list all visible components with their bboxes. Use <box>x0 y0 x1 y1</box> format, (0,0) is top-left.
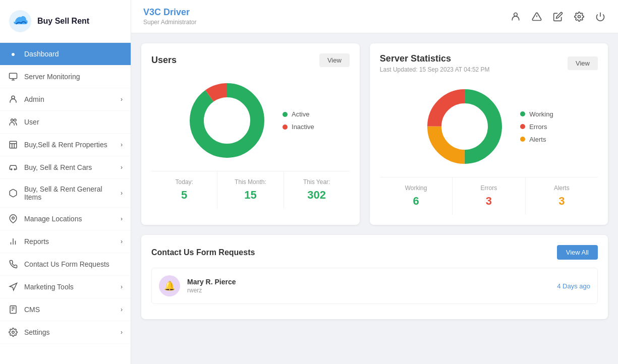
logo-icon <box>8 9 32 33</box>
svg-rect-1 <box>10 73 17 79</box>
active-label: Active <box>292 110 309 118</box>
stat-working-value: 6 <box>380 195 452 208</box>
dashboard-icon: ● <box>8 49 18 59</box>
sidebar-item-reports[interactable]: Reports› <box>0 230 131 253</box>
users-donut-svg <box>187 80 267 161</box>
sidebar-item-marketing[interactable]: Marketing Tools› <box>0 276 131 298</box>
sidebar-item-dashboard[interactable]: ●Dashboard <box>0 43 131 66</box>
buy-sell-general-icon <box>8 188 18 198</box>
content-area: Users View <box>131 33 618 329</box>
working-dot <box>520 111 525 116</box>
stat-year-label: This Year: <box>284 178 350 186</box>
sidebar-label-buy-sell-rent: Buy,Sell & Rent Properties <box>24 141 115 149</box>
contact-item: 🔔 Mary R. Pierce rwerz 4 Days ago <box>151 268 598 304</box>
sidebar-label-contact-form: Contact Us Form Requests <box>24 260 123 268</box>
cms-icon <box>8 305 18 315</box>
sidebar: Buy Sell Rent ●DashboardServer Monitorin… <box>0 0 131 364</box>
sidebar-item-contact-form[interactable]: Contact Us Form Requests <box>0 253 131 276</box>
edit-icon[interactable] <box>552 11 564 22</box>
sidebar-item-buy-sell-rent[interactable]: Buy,Sell & Rent Properties› <box>0 134 131 156</box>
server-legend: Working Errors Alerts <box>520 110 553 143</box>
server-card-title-group: Server Statistics Last Updated: 15 Sep 2… <box>380 53 490 73</box>
chevron-settings: › <box>121 329 123 336</box>
sidebar-label-buy-sell-cars: Buy, Sell & Rent Cars <box>24 163 115 171</box>
svg-point-6 <box>14 119 17 122</box>
sidebar-item-buy-sell-cars[interactable]: Buy, Sell & Rent Cars› <box>0 156 131 179</box>
contact-time: 4 Days ago <box>557 282 590 290</box>
sidebar-label-dashboard: Dashboard <box>24 50 123 58</box>
server-card-header: Server Statistics Last Updated: 15 Sep 2… <box>380 53 598 73</box>
logo: Buy Sell Rent <box>0 0 131 43</box>
contact-name: Mary R. Pierce <box>187 278 550 286</box>
view-all-button[interactable]: View All <box>557 245 598 260</box>
sidebar-label-manage-locations: Manage Locations <box>24 215 115 223</box>
main-content: V3C Driver Super Administrator <box>131 0 618 364</box>
user-icon <box>8 117 18 127</box>
svg-point-5 <box>11 119 14 122</box>
inactive-dot <box>283 125 288 130</box>
sidebar-item-user[interactable]: User <box>0 111 131 134</box>
users-legend: Active Inactive <box>283 110 314 131</box>
users-chart-container: Active Inactive <box>151 75 350 171</box>
chevron-reports: › <box>121 238 123 245</box>
stat-errors: Errors 3 <box>452 177 525 215</box>
sidebar-item-admin[interactable]: Admin› <box>0 88 131 111</box>
users-stats: Today: 5 This Month: 15 This Year: 302 <box>151 171 350 209</box>
stat-today-value: 5 <box>151 189 217 202</box>
chevron-cms: › <box>121 306 123 313</box>
power-icon[interactable] <box>595 11 606 22</box>
sidebar-item-server-monitoring[interactable]: Server Monitoring <box>0 66 131 88</box>
server-donut-svg <box>424 86 505 167</box>
stat-today-label: Today: <box>151 178 217 186</box>
stat-alerts: Alerts 3 <box>525 177 598 215</box>
stat-year: This Year: 302 <box>284 171 350 209</box>
chevron-admin: › <box>121 96 123 103</box>
stat-month-label: This Month: <box>217 178 283 186</box>
server-view-button[interactable]: View <box>568 56 598 70</box>
cards-row: Users View <box>141 43 608 225</box>
header-subtitle: Super Administrator <box>143 19 196 26</box>
sidebar-label-cms: CMS <box>24 306 115 314</box>
contact-info: Mary R. Pierce rwerz <box>187 278 550 294</box>
sidebar-label-buy-sell-general: Buy, Sell & Rent General Items <box>24 185 115 201</box>
svg-point-21 <box>12 331 15 334</box>
sidebar-item-settings[interactable]: Settings› <box>0 321 131 344</box>
working-label: Working <box>529 110 553 118</box>
contact-sub: rwerz <box>187 287 550 294</box>
sidebar-label-settings: Settings <box>24 328 115 336</box>
buy-sell-rent-icon <box>8 140 18 150</box>
settings-icon <box>8 327 18 337</box>
server-card-title: Server Statistics <box>380 53 490 64</box>
svg-point-22 <box>514 13 518 16</box>
svg-point-4 <box>12 96 15 99</box>
chevron-buy-sell-general: › <box>121 190 123 197</box>
sidebar-item-manage-locations[interactable]: Manage Locations› <box>0 208 131 230</box>
alerts-dot <box>520 137 525 142</box>
sidebar-label-reports: Reports <box>24 237 115 246</box>
contact-header: Contact Us Form Requests View All <box>151 245 598 260</box>
svg-point-12 <box>14 169 15 170</box>
sidebar-item-buy-sell-general[interactable]: Buy, Sell & Rent General Items› <box>0 179 131 208</box>
alerts-label: Alerts <box>529 136 546 143</box>
users-card-header: Users View <box>151 53 350 67</box>
server-monitoring-icon <box>8 72 18 82</box>
sidebar-label-marketing: Marketing Tools <box>24 283 115 291</box>
users-donut <box>187 80 267 161</box>
settings-icon[interactable] <box>574 11 585 22</box>
contact-form-icon <box>8 259 18 269</box>
users-view-button[interactable]: View <box>319 53 350 67</box>
legend-item-inactive: Inactive <box>283 123 314 131</box>
header-info: V3C Driver Super Administrator <box>143 7 196 26</box>
alert-icon[interactable] <box>531 11 542 22</box>
manage-locations-icon <box>8 214 18 224</box>
stat-working: Working 6 <box>380 177 452 215</box>
contact-avatar: 🔔 <box>159 275 180 296</box>
user-icon[interactable] <box>510 11 521 22</box>
users-card-title: Users <box>151 55 177 66</box>
legend-item-errors: Errors <box>520 123 553 131</box>
sidebar-item-cms[interactable]: CMS› <box>0 298 131 321</box>
legend-item-active: Active <box>283 110 314 118</box>
header-title: V3C Driver <box>143 7 196 18</box>
legend-item-alerts: Alerts <box>520 136 553 143</box>
sidebar-label-server-monitoring: Server Monitoring <box>24 73 123 81</box>
